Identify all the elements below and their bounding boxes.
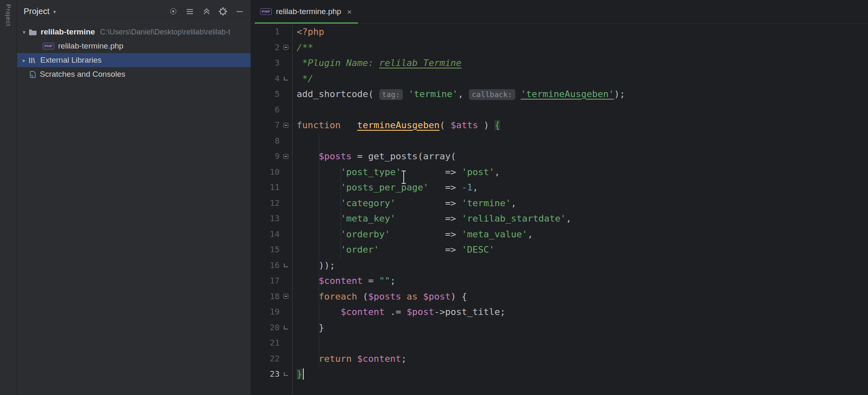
hide-icon[interactable] [232,5,246,19]
code-token: => [401,167,462,177]
code-text[interactable]: } [292,366,302,382]
code-line[interactable]: 9 $posts = get_posts(array( [251,149,868,164]
code-line[interactable]: 4 */ [251,71,868,87]
fold-marker-icon[interactable] [280,71,292,87]
code-text[interactable]: $posts = get_posts(array( [292,149,456,164]
chevron-right-icon[interactable]: ▸ [20,57,29,63]
line-number[interactable]: 18 [270,289,280,305]
fold-marker-icon[interactable] [280,258,292,273]
line-number[interactable]: 21 [270,335,280,351]
line-number[interactable]: 19 [270,304,280,320]
code-text[interactable]: 'posts_per_page' => -1, [292,180,478,195]
line-number[interactable]: 10 [270,164,280,180]
code-text[interactable]: $content .= $post->post_title; [292,304,505,320]
code-text[interactable] [292,133,297,149]
code-text[interactable]: return $content; [292,351,407,367]
tree-item-scratches-and-consoles[interactable]: Scratches and Consoles [17,67,251,81]
line-number[interactable]: 2 [275,40,280,56]
code-line[interactable]: 8 [251,133,868,149]
line-number[interactable]: 17 [270,273,280,289]
gutter: 4 [251,71,292,87]
code-line[interactable]: 11 'posts_per_page' => -1, [251,180,868,195]
line-number[interactable]: 23 [270,366,280,382]
fold-marker-icon[interactable] [280,320,292,336]
code-text[interactable] [292,102,297,118]
fold-column [280,351,292,367]
line-number[interactable]: 14 [270,227,280,242]
locate-icon[interactable] [166,5,180,19]
project-view-selector[interactable]: Project ▾ [24,7,56,16]
line-number[interactable]: 20 [270,320,280,336]
code-text[interactable]: $content = ""; [292,273,395,289]
line-number[interactable]: 12 [270,195,280,211]
line-number[interactable]: 15 [270,242,280,258]
fold-marker-icon[interactable] [280,366,292,382]
code-line[interactable]: 22 return $content; [251,351,868,367]
line-number[interactable]: 5 [275,86,280,102]
code-line[interactable]: 14 'orderby' => 'meta_value', [251,227,868,242]
settings-gear-icon[interactable] [216,5,230,19]
line-number[interactable]: 16 [270,258,280,273]
chevron-down-icon[interactable]: ▾ [20,29,29,35]
code-text[interactable]: 'order' => 'DESC' [292,242,495,258]
line-number[interactable]: 6 [275,102,280,118]
code-line[interactable]: 17 $content = ""; [251,273,868,289]
code-line[interactable]: 5add_shortcode( tag: 'termine', callback… [251,86,868,102]
tab-relilab-termine-php[interactable]: PHP relilab-termine.php × [255,0,358,23]
code-token [297,291,319,302]
tree-item-relilab-termine-folder[interactable]: ▾relilab-termineC:\Users\Daniel\Desktop\… [17,25,251,39]
code-text[interactable]: */ [292,71,313,87]
code-text[interactable]: <?php [292,24,324,40]
fold-marker-icon[interactable] [280,149,292,164]
code-line[interactable]: 1<?php [251,24,868,40]
code-token [403,89,408,99]
code-line[interactable]: 3 *Plugin Name: relilab Termine [251,55,868,71]
code-text[interactable]: /** [292,40,313,56]
code-line[interactable]: 18 foreach ($posts as $post) { [251,289,868,305]
code-line[interactable]: 19 $content .= $post->post_title; [251,304,868,320]
code-line[interactable]: 15 'order' => 'DESC' [251,242,868,258]
scratches-icon [29,71,36,78]
fold-marker-icon[interactable] [280,289,292,305]
line-number[interactable]: 7 [275,117,280,133]
code-line[interactable]: 10 'post_type' => 'post', [251,164,868,180]
code-text[interactable] [292,335,297,351]
tree-item-external-libraries[interactable]: ▸External Libraries [17,53,251,67]
code-line[interactable]: 16 )); [251,258,868,273]
line-number[interactable]: 4 [275,71,280,87]
code-line[interactable]: 12 'category' => 'termine', [251,195,868,211]
collapse-all-icon[interactable] [199,5,213,19]
code-text[interactable]: function termineAusgeben( $atts ) { [292,117,500,133]
sort-icon[interactable] [183,5,197,19]
code-line[interactable]: 23} [251,366,868,382]
code-line[interactable]: 13 'meta_key' => 'relilab_startdate', [251,211,868,227]
code-line[interactable]: 6 [251,102,868,118]
line-number[interactable]: 22 [270,351,280,367]
project-tool-window-button[interactable]: Project [5,4,12,27]
line-number[interactable]: 8 [275,133,280,149]
code-text[interactable]: 'category' => 'termine', [292,195,517,211]
code-line[interactable]: 2/** [251,40,868,56]
code-token: as [407,291,418,302]
tree-item-relilab-termine-php[interactable]: PHPrelilab-termine.php [17,39,251,53]
code-line[interactable]: 7function termineAusgeben( $atts ) { [251,117,868,133]
fold-end-glyph [284,77,288,80]
code-line[interactable]: 21 [251,335,868,351]
code-text[interactable]: 'post_type' => 'post', [292,164,500,180]
line-number[interactable]: 9 [275,149,280,164]
code-text[interactable]: foreach ($posts as $post) { [292,289,467,305]
code-text[interactable]: } [292,320,324,336]
code-text[interactable]: )); [292,258,335,273]
fold-marker-icon[interactable] [280,117,292,133]
code-line[interactable]: 20 } [251,320,868,336]
fold-marker-icon[interactable] [280,40,292,56]
code-text[interactable]: *Plugin Name: relilab Termine [292,55,461,71]
code-text[interactable]: 'meta_key' => 'relilab_startdate', [292,211,571,227]
code-text[interactable]: add_shortcode( tag: 'termine', callback:… [292,86,625,102]
line-number[interactable]: 11 [270,180,280,195]
line-number[interactable]: 13 [270,211,280,227]
close-icon[interactable]: × [347,8,351,16]
code-text[interactable]: 'orderby' => 'meta_value', [292,227,533,242]
line-number[interactable]: 1 [275,24,280,40]
line-number[interactable]: 3 [275,55,280,71]
